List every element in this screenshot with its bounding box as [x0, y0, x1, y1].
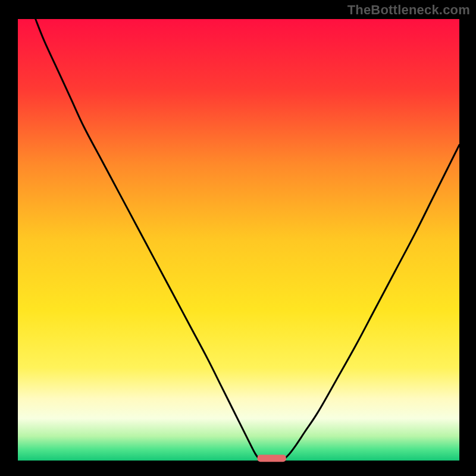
optimal-marker [258, 455, 286, 462]
watermark-text: TheBottleneck.com [347, 2, 470, 18]
bottleneck-chart [0, 0, 476, 476]
plot-background [18, 19, 459, 461]
chart-frame: TheBottleneck.com [0, 0, 476, 476]
